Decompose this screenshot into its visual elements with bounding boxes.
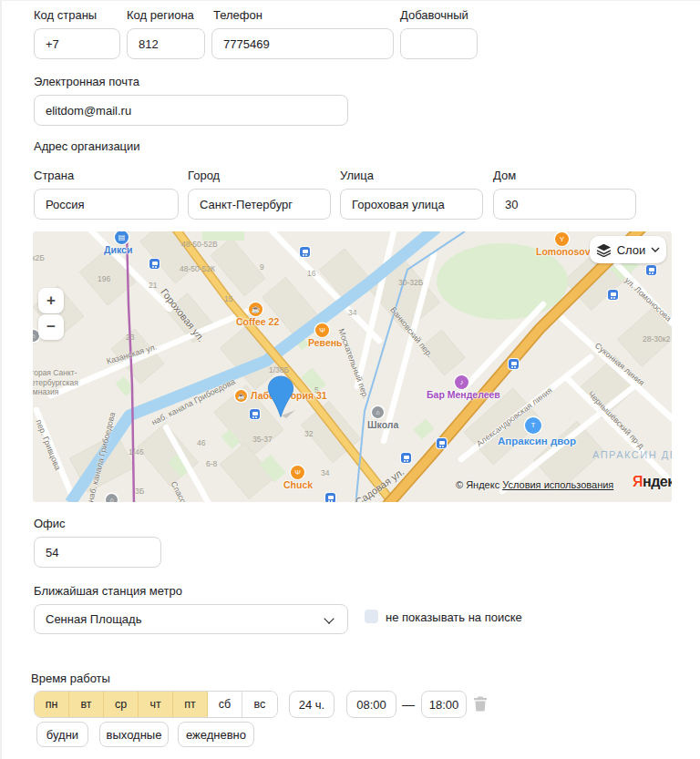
music-bar-icon xyxy=(455,375,468,389)
email-input[interactable] xyxy=(34,95,348,126)
building-number: 8к2Б xyxy=(33,253,45,262)
poi-icon xyxy=(106,494,118,502)
extension-input[interactable] xyxy=(400,28,478,59)
map-copyright: © Яндекс Условия использования xyxy=(456,479,613,490)
building-number: 3Б xyxy=(135,487,144,496)
transit-icon xyxy=(509,359,519,369)
day-toggle-mon[interactable]: пн xyxy=(35,692,69,717)
transit-icon xyxy=(646,265,656,275)
phone-input[interactable] xyxy=(211,28,394,59)
building-number: 1/38Б xyxy=(269,365,289,374)
shopping-icon xyxy=(525,417,541,434)
building-number: 46 xyxy=(197,438,205,447)
street-input[interactable] xyxy=(340,189,483,220)
transit-icon xyxy=(325,493,335,502)
metro-label: Ближайшая станция метро xyxy=(34,584,182,598)
time-from-input[interactable] xyxy=(346,691,396,718)
poi-label: Chuck xyxy=(283,479,313,490)
country-label: Страна xyxy=(34,169,74,182)
building-number: 34 xyxy=(321,468,329,477)
logo-rest: ндекс xyxy=(643,474,672,489)
restaurant-icon xyxy=(315,323,329,337)
transit-icon xyxy=(608,290,618,300)
yandex-logo: Яндекс xyxy=(633,474,672,490)
area-label: АПРАКСИН ДВОР xyxy=(592,449,672,460)
restaurant-icon xyxy=(555,232,569,246)
restaurant-icon xyxy=(291,466,304,479)
day-toggle-sun[interactable]: вс xyxy=(242,692,277,717)
preset-daily-button[interactable]: ежедневно xyxy=(178,722,254,747)
poi-label: Апраксин двор xyxy=(498,436,576,446)
street-label: Улица xyxy=(340,169,374,182)
all-day-button[interactable]: 24 ч. xyxy=(289,691,335,718)
layers-button[interactable]: Слои xyxy=(590,236,666,263)
yandex-map[interactable]: Гороховая ул. Казанская ул. наб. канала … xyxy=(33,231,672,502)
preset-weekdays-button[interactable]: будни xyxy=(36,722,88,747)
hide-on-search-label: не показывать на поиске xyxy=(386,610,522,624)
zoom-out-button[interactable]: − xyxy=(38,314,64,340)
extension-label: Добавочный xyxy=(400,8,468,22)
school-icon xyxy=(372,406,384,418)
region-code-label: Код региона xyxy=(127,8,194,22)
day-toggle-tue[interactable]: вт xyxy=(69,692,104,717)
house-label: Дом xyxy=(493,169,516,182)
phone-label: Телефон xyxy=(213,8,262,22)
layers-button-label: Слои xyxy=(617,243,646,257)
building-number: 28-30к2 xyxy=(643,334,670,344)
transit-icon xyxy=(437,438,447,448)
time-range-dash: — xyxy=(402,697,415,712)
day-toggle-sat[interactable]: сб xyxy=(208,692,242,717)
hide-on-search-checkbox[interactable] xyxy=(365,610,378,623)
building-number: 34 xyxy=(348,308,356,317)
metro-select-value: Сенная Площадь xyxy=(46,612,141,626)
transit-icon xyxy=(149,259,160,269)
day-toggle-fri[interactable]: пт xyxy=(173,692,208,717)
country-code-input[interactable] xyxy=(34,28,120,59)
building-number: 196 xyxy=(98,274,110,283)
region-code-input[interactable] xyxy=(127,28,205,59)
transit-icon xyxy=(250,409,260,419)
city-input[interactable] xyxy=(188,189,331,220)
transit-icon xyxy=(300,247,310,257)
zoom-in-button[interactable]: + xyxy=(38,288,64,313)
transit-icon xyxy=(401,453,411,463)
day-toggle-wed[interactable]: ср xyxy=(104,692,139,717)
day-toggle-thu[interactable]: чт xyxy=(139,692,173,717)
house-input[interactable] xyxy=(493,189,636,220)
preset-weekend-button[interactable]: выходные xyxy=(99,722,169,747)
poi-label: Ревень xyxy=(308,337,343,348)
chevron-down-icon xyxy=(651,247,660,252)
email-label: Электронная почта xyxy=(34,75,139,88)
gymnasium-label: Вторая Санкт-Петербургская гимназия xyxy=(33,368,97,397)
poi-label: Coffee 22 xyxy=(236,316,279,327)
office-label: Офис xyxy=(34,517,66,530)
terms-link[interactable]: Условия использования xyxy=(502,479,613,490)
layers-icon xyxy=(596,243,612,257)
poi-label: Дикси xyxy=(104,244,132,255)
building-number: 16 xyxy=(307,269,315,278)
trash-icon[interactable] xyxy=(474,696,487,715)
building-number: 48-50-52К xyxy=(180,264,215,273)
country-code-label: Код страны xyxy=(34,8,97,22)
cafe-icon xyxy=(249,303,262,316)
poi-label: Бар Менделеев xyxy=(427,389,500,400)
building-number: 21 xyxy=(149,281,157,290)
office-input[interactable] xyxy=(34,537,161,568)
time-to-input[interactable] xyxy=(421,691,467,718)
poi-label: Lomonosov xyxy=(536,246,591,257)
map-pin-icon xyxy=(266,375,297,425)
country-input[interactable] xyxy=(34,189,179,220)
chevron-down-icon xyxy=(324,613,334,623)
address-section-title: Адрес организации xyxy=(34,139,140,153)
building-number: 23 xyxy=(126,333,134,342)
metro-select[interactable]: Сенная Площадь xyxy=(34,604,348,634)
bar-icon xyxy=(235,390,247,402)
building-number: 6-8 xyxy=(206,459,217,468)
city-label: Город xyxy=(188,169,220,182)
building-number: 48-50-52В xyxy=(181,240,218,249)
building-number: 9 xyxy=(260,262,264,272)
organization-contact-form: Код страны Код региона Телефон Добавочны… xyxy=(0,0,700,759)
logo-ya: Я xyxy=(633,474,643,489)
building-number: 1/46 xyxy=(129,447,144,456)
poi-label: Школа xyxy=(367,419,398,430)
